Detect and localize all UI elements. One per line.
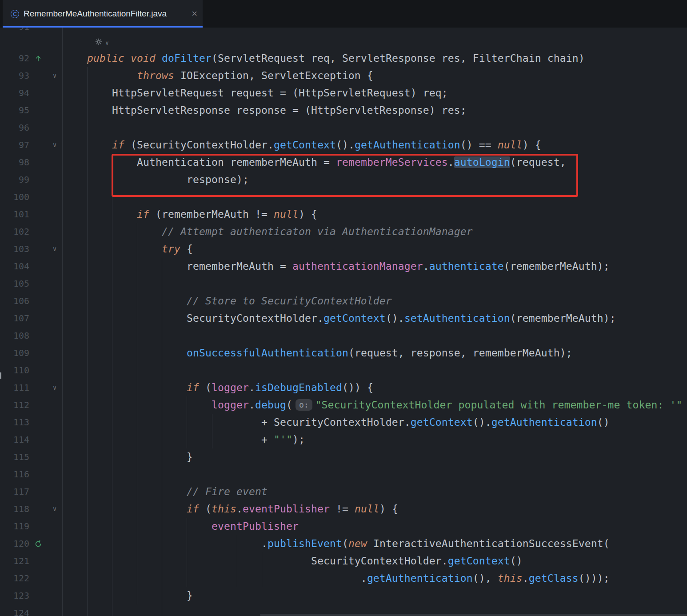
line-number[interactable]: 109	[0, 344, 29, 362]
line-number[interactable]: 113	[0, 414, 29, 431]
gutter-icon-slot	[29, 206, 47, 223]
code-text[interactable]: // Store to SecurityContextHolder	[62, 292, 687, 310]
line-number[interactable]: 114	[0, 431, 29, 448]
code-text[interactable]	[62, 275, 687, 292]
line-number[interactable]: 101	[0, 206, 29, 223]
horizontal-scrollbar[interactable]	[260, 614, 687, 616]
gutter-icon-slot	[29, 448, 47, 466]
fold-chevron-icon[interactable]: ∨	[47, 240, 62, 258]
code-text[interactable]: if (logger.isDebugEnabled()) {	[62, 379, 687, 396]
line-number[interactable]: 115	[0, 448, 29, 466]
line-number[interactable]: 119	[0, 518, 29, 535]
line-number[interactable]: 98	[0, 154, 29, 171]
line-number[interactable]: 111	[0, 379, 29, 396]
line-number[interactable]: 120	[0, 535, 29, 552]
code-editor[interactable]: 91∨92 public void doFilter(ServletReques…	[0, 28, 687, 616]
code-text[interactable]: rememberMeAuth = authenticationManager.a…	[62, 258, 687, 275]
interline-inlay: ∨	[0, 36, 687, 50]
code-text[interactable]: + SecurityContextHolder.getContext().get…	[62, 414, 687, 431]
code-text[interactable]: HttpServletRequest request = (HttpServle…	[62, 84, 687, 102]
chevron-down-icon[interactable]: ∨	[105, 40, 109, 46]
line-number[interactable]: 107	[0, 310, 29, 327]
code-text[interactable]: HttpServletResponse response = (HttpServ…	[62, 102, 687, 119]
gutter-icon-slot	[29, 154, 47, 171]
gutter-icon-slot	[29, 171, 47, 188]
line-number[interactable]: 117	[0, 483, 29, 500]
fold-slot	[47, 258, 62, 275]
code-text[interactable]: logger.debug(o:"SecurityContextHolder po…	[62, 396, 687, 414]
code-text[interactable]	[62, 188, 687, 206]
code-text[interactable]: .publishEvent(new InteractiveAuthenticat…	[62, 535, 687, 552]
line-number[interactable]: 93	[0, 67, 29, 84]
code-text[interactable]	[62, 28, 687, 36]
fold-slot	[47, 396, 62, 414]
line-number[interactable]: 96	[0, 119, 29, 136]
code-text[interactable]: if (rememberMeAuth != null) {	[62, 206, 687, 223]
code-text[interactable]	[62, 362, 687, 379]
line-number[interactable]: 100	[0, 188, 29, 206]
code-text[interactable]: eventPublisher	[62, 518, 687, 535]
code-text[interactable]: }	[62, 587, 687, 604]
code-text[interactable]: if (this.eventPublisher != null) {	[62, 500, 687, 518]
tab-title: RememberMeAuthenticationFilter.java	[24, 9, 167, 19]
line-number[interactable]: 121	[0, 552, 29, 570]
gutter-icon-slot	[29, 188, 47, 206]
code-line: 117 // Fire event	[0, 483, 687, 500]
line-number[interactable]: 110	[0, 362, 29, 379]
fold-chevron-icon[interactable]: ∨	[47, 500, 62, 518]
line-number[interactable]: 91	[0, 28, 29, 36]
code-text[interactable]: .getAuthentication(), this.getClass()));	[62, 570, 687, 587]
code-text[interactable]	[62, 327, 687, 344]
line-number[interactable]: 106	[0, 292, 29, 310]
fold-chevron-icon[interactable]: ∨	[47, 136, 62, 154]
fold-chevron-icon[interactable]: ∨	[47, 379, 62, 396]
fold-slot	[47, 604, 62, 616]
line-number[interactable]: 118	[0, 500, 29, 518]
line-number[interactable]: 104	[0, 258, 29, 275]
recursion-marker-icon[interactable]	[29, 535, 47, 552]
code-text[interactable]: response);	[62, 171, 687, 188]
code-line: 94 HttpServletRequest request = (HttpSer…	[0, 84, 687, 102]
code-text[interactable]: // Attempt authenticaton via Authenticat…	[62, 223, 687, 240]
code-text[interactable]: onSuccessfulAuthentication(request, resp…	[62, 344, 687, 362]
close-icon[interactable]: ×	[192, 9, 197, 19]
code-text[interactable]	[62, 466, 687, 483]
line-number[interactable]: 99	[0, 171, 29, 188]
line-number[interactable]: 97	[0, 136, 29, 154]
line-number[interactable]: 95	[0, 102, 29, 119]
code-line: 91	[0, 28, 687, 36]
line-number[interactable]: 123	[0, 587, 29, 604]
line-number[interactable]: 116	[0, 466, 29, 483]
override-marker-icon[interactable]	[29, 50, 47, 67]
tab-remember-me-authentication-filter[interactable]: C RememberMeAuthenticationFilter.java ×	[3, 0, 203, 28]
code-line: 98 Authentication rememberMeAuth = remem…	[0, 154, 687, 171]
fold-slot	[47, 587, 62, 604]
line-number[interactable]: 108	[0, 327, 29, 344]
line-number[interactable]: 94	[0, 84, 29, 102]
code-text[interactable]: try {	[62, 240, 687, 258]
line-number[interactable]: 92	[0, 50, 29, 67]
line-number[interactable]: 103	[0, 240, 29, 258]
fold-chevron-icon[interactable]: ∨	[47, 67, 62, 84]
editor-tab-bar: C RememberMeAuthenticationFilter.java ×	[0, 0, 687, 28]
code-text[interactable]: if (SecurityContextHolder.getContext().g…	[62, 136, 687, 154]
gear-icon[interactable]	[95, 38, 103, 48]
code-text[interactable]: + "'");	[62, 431, 687, 448]
code-text[interactable]: // Fire event	[62, 483, 687, 500]
code-line: 103∨ try {	[0, 240, 687, 258]
code-text[interactable]: Authentication rememberMeAuth = remember…	[62, 154, 687, 171]
line-number[interactable]: 102	[0, 223, 29, 240]
code-text[interactable]	[62, 119, 687, 136]
code-text[interactable]: public void doFilter(ServletRequest req,…	[62, 50, 687, 67]
line-number[interactable]: 112	[0, 396, 29, 414]
code-text[interactable]: SecurityContextHolder.getContext()	[62, 552, 687, 570]
line-number[interactable]: 105	[0, 275, 29, 292]
gutter-icon-slot	[29, 466, 47, 483]
code-line: 120 .publishEvent(new InteractiveAuthent…	[0, 535, 687, 552]
code-text[interactable]: throws IOException, ServletException {	[62, 67, 687, 84]
code-text[interactable]: }	[62, 448, 687, 466]
line-number[interactable]: 124	[0, 604, 29, 616]
code-line: 101 if (rememberMeAuth != null) {	[0, 206, 687, 223]
line-number[interactable]: 122	[0, 570, 29, 587]
code-text[interactable]: SecurityContextHolder.getContext().setAu…	[62, 310, 687, 327]
